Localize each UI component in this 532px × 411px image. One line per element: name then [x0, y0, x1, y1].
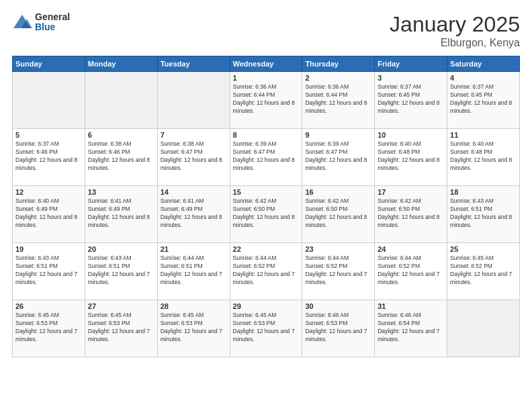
day-info: Sunrise: 6:40 AM Sunset: 6:48 PM Dayligh… [378, 140, 444, 173]
day-number: 26 [15, 302, 82, 310]
col-sunday: Sunday [13, 56, 85, 72]
table-row [447, 300, 520, 357]
day-info: Sunrise: 6:38 AM Sunset: 6:47 PM Dayligh… [161, 140, 227, 173]
day-number: 29 [233, 302, 300, 310]
logo-text: General Blue [35, 12, 70, 33]
table-row: 13Sunrise: 6:41 AM Sunset: 6:49 PM Dayli… [85, 186, 157, 243]
day-number: 12 [15, 188, 82, 196]
table-row: 12Sunrise: 6:40 AM Sunset: 6:49 PM Dayli… [13, 186, 85, 243]
table-row: 29Sunrise: 6:45 AM Sunset: 6:53 PM Dayli… [230, 300, 302, 357]
day-number: 1 [233, 74, 300, 82]
table-row: 6Sunrise: 6:38 AM Sunset: 6:46 PM Daylig… [85, 129, 157, 186]
table-row: 20Sunrise: 6:43 AM Sunset: 6:51 PM Dayli… [85, 243, 157, 300]
day-number: 10 [378, 131, 444, 139]
day-info: Sunrise: 6:41 AM Sunset: 6:49 PM Dayligh… [161, 197, 227, 230]
day-info: Sunrise: 6:45 AM Sunset: 6:53 PM Dayligh… [88, 312, 154, 344]
day-number: 8 [233, 131, 300, 139]
table-row: 9Sunrise: 6:39 AM Sunset: 6:47 PM Daylig… [302, 129, 375, 186]
day-info: Sunrise: 6:46 AM Sunset: 6:54 PM Dayligh… [378, 312, 444, 344]
calendar-title: January 2025 [390, 12, 520, 37]
day-number: 17 [378, 188, 444, 196]
table-row [13, 72, 85, 129]
col-thursday: Thursday [302, 56, 375, 72]
logo-icon [12, 12, 32, 32]
day-number: 13 [88, 188, 154, 196]
day-info: Sunrise: 6:37 AM Sunset: 6:45 PM Dayligh… [378, 83, 444, 116]
table-row: 14Sunrise: 6:41 AM Sunset: 6:49 PM Dayli… [157, 186, 230, 243]
logo-blue: Blue [35, 22, 70, 32]
day-number: 24 [378, 245, 444, 253]
day-number: 25 [450, 245, 517, 253]
day-number: 16 [305, 188, 371, 196]
day-number: 15 [233, 188, 300, 196]
calendar-header-row: Sunday Monday Tuesday Wednesday Thursday… [13, 56, 520, 72]
table-row: 4Sunrise: 6:37 AM Sunset: 6:45 PM Daylig… [447, 72, 520, 129]
day-number: 6 [88, 131, 154, 139]
day-info: Sunrise: 6:43 AM Sunset: 6:51 PM Dayligh… [15, 255, 82, 287]
table-row: 1Sunrise: 6:36 AM Sunset: 6:44 PM Daylig… [230, 72, 302, 129]
day-info: Sunrise: 6:42 AM Sunset: 6:50 PM Dayligh… [378, 197, 444, 230]
table-row: 17Sunrise: 6:42 AM Sunset: 6:50 PM Dayli… [375, 186, 447, 243]
table-row: 2Sunrise: 6:36 AM Sunset: 6:44 PM Daylig… [302, 72, 375, 129]
day-number: 30 [305, 302, 371, 310]
day-number: 20 [88, 245, 154, 253]
calendar-table: Sunday Monday Tuesday Wednesday Thursday… [12, 56, 520, 357]
col-friday: Friday [375, 56, 447, 72]
col-saturday: Saturday [447, 56, 520, 72]
table-row: 16Sunrise: 6:42 AM Sunset: 6:50 PM Dayli… [302, 186, 375, 243]
table-row: 5Sunrise: 6:37 AM Sunset: 6:46 PM Daylig… [13, 129, 85, 186]
calendar-location: Elburgon, Kenya [390, 37, 520, 49]
day-number: 23 [305, 245, 371, 253]
calendar-week-1: 1Sunrise: 6:36 AM Sunset: 6:44 PM Daylig… [13, 72, 520, 129]
day-info: Sunrise: 6:40 AM Sunset: 6:49 PM Dayligh… [15, 197, 82, 230]
day-number: 11 [450, 131, 517, 139]
day-info: Sunrise: 6:36 AM Sunset: 6:44 PM Dayligh… [305, 83, 371, 116]
day-number: 9 [305, 131, 371, 139]
table-row: 31Sunrise: 6:46 AM Sunset: 6:54 PM Dayli… [375, 300, 447, 357]
day-info: Sunrise: 6:36 AM Sunset: 6:44 PM Dayligh… [233, 83, 300, 116]
table-row: 11Sunrise: 6:40 AM Sunset: 6:48 PM Dayli… [447, 129, 520, 186]
table-row: 23Sunrise: 6:44 AM Sunset: 6:52 PM Dayli… [302, 243, 375, 300]
day-info: Sunrise: 6:45 AM Sunset: 6:53 PM Dayligh… [233, 312, 300, 344]
day-info: Sunrise: 6:44 AM Sunset: 6:51 PM Dayligh… [161, 255, 227, 287]
logo-general: General [35, 12, 70, 22]
day-info: Sunrise: 6:45 AM Sunset: 6:53 PM Dayligh… [15, 312, 82, 344]
day-info: Sunrise: 6:39 AM Sunset: 6:47 PM Dayligh… [233, 140, 300, 173]
day-info: Sunrise: 6:37 AM Sunset: 6:46 PM Dayligh… [15, 140, 82, 173]
day-number: 31 [378, 302, 444, 310]
table-row: 21Sunrise: 6:44 AM Sunset: 6:51 PM Dayli… [157, 243, 230, 300]
day-number: 21 [161, 245, 227, 253]
title-block: January 2025 Elburgon, Kenya [390, 12, 520, 49]
day-number: 28 [161, 302, 227, 310]
day-info: Sunrise: 6:44 AM Sunset: 6:52 PM Dayligh… [305, 255, 371, 287]
table-row: 25Sunrise: 6:45 AM Sunset: 6:52 PM Dayli… [447, 243, 520, 300]
day-info: Sunrise: 6:38 AM Sunset: 6:46 PM Dayligh… [88, 140, 154, 173]
day-number: 14 [161, 188, 227, 196]
day-number: 19 [15, 245, 82, 253]
day-number: 5 [15, 131, 82, 139]
table-row: 10Sunrise: 6:40 AM Sunset: 6:48 PM Dayli… [375, 129, 447, 186]
day-number: 27 [88, 302, 154, 310]
day-info: Sunrise: 6:41 AM Sunset: 6:49 PM Dayligh… [88, 197, 154, 230]
day-number: 2 [305, 74, 371, 82]
table-row: 24Sunrise: 6:44 AM Sunset: 6:52 PM Dayli… [375, 243, 447, 300]
day-info: Sunrise: 6:42 AM Sunset: 6:50 PM Dayligh… [305, 197, 371, 230]
day-info: Sunrise: 6:44 AM Sunset: 6:52 PM Dayligh… [233, 255, 300, 287]
day-info: Sunrise: 6:45 AM Sunset: 6:52 PM Dayligh… [450, 255, 517, 287]
day-number: 18 [450, 188, 517, 196]
day-info: Sunrise: 6:46 AM Sunset: 6:53 PM Dayligh… [305, 312, 371, 344]
table-row: 22Sunrise: 6:44 AM Sunset: 6:52 PM Dayli… [230, 243, 302, 300]
table-row: 19Sunrise: 6:43 AM Sunset: 6:51 PM Dayli… [13, 243, 85, 300]
calendar-week-3: 12Sunrise: 6:40 AM Sunset: 6:49 PM Dayli… [13, 186, 520, 243]
table-row: 30Sunrise: 6:46 AM Sunset: 6:53 PM Dayli… [302, 300, 375, 357]
table-row: 18Sunrise: 6:43 AM Sunset: 6:51 PM Dayli… [447, 186, 520, 243]
table-row: 3Sunrise: 6:37 AM Sunset: 6:45 PM Daylig… [375, 72, 447, 129]
logo: General Blue [12, 12, 70, 33]
table-row: 26Sunrise: 6:45 AM Sunset: 6:53 PM Dayli… [13, 300, 85, 357]
table-row [157, 72, 230, 129]
day-number: 3 [378, 74, 444, 82]
day-info: Sunrise: 6:44 AM Sunset: 6:52 PM Dayligh… [378, 255, 444, 287]
table-row: 28Sunrise: 6:45 AM Sunset: 6:53 PM Dayli… [157, 300, 230, 357]
table-row: 27Sunrise: 6:45 AM Sunset: 6:53 PM Dayli… [85, 300, 157, 357]
calendar-week-5: 26Sunrise: 6:45 AM Sunset: 6:53 PM Dayli… [13, 300, 520, 357]
